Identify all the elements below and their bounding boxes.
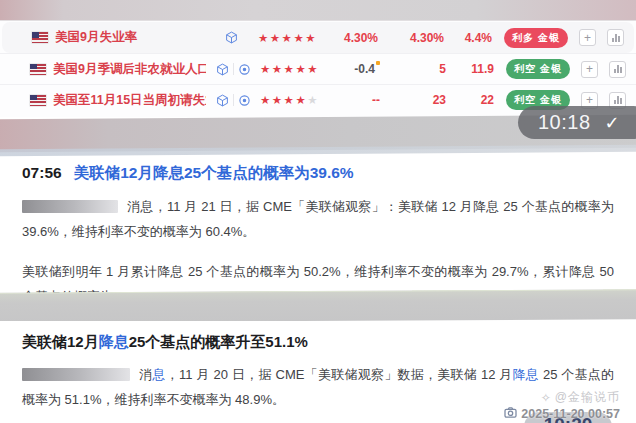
us-flag-icon: [30, 64, 46, 75]
screenshot-time-toast: 10:18 ✓: [518, 106, 636, 139]
divider-band: [0, 289, 636, 322]
star-rating: ★★★★★: [260, 62, 322, 76]
indicator-name: 美国9月季调后非农就业人口(万人): [53, 61, 206, 78]
forecast-value: 23: [380, 93, 446, 107]
chart-bars-icon: [614, 65, 622, 73]
icon-divider: [233, 63, 234, 75]
published-value: 22: [446, 93, 494, 107]
redacted-source-block: [22, 368, 130, 381]
previous-value: -0.4: [322, 62, 380, 76]
add-button[interactable]: +: [579, 29, 596, 46]
target-icon[interactable]: [238, 63, 251, 76]
news-paragraph: 消息，11 月 21 日，据 CME「美联储观察」：美联储 12 月降息 25 …: [22, 194, 614, 245]
chart-bars-icon: [614, 96, 622, 104]
table-row[interactable]: 美国9月季调后非农就业人口(万人) ★★★★★ -0.4 5 11.9 利空 金…: [0, 53, 636, 84]
redacted-source-block: [22, 200, 118, 213]
indicator-name: 美国9月失业率: [55, 29, 204, 46]
revision-dot-icon: [376, 61, 380, 65]
keyword-highlight[interactable]: 降息: [513, 367, 540, 382]
sparkle-icon: ✧: [541, 391, 552, 405]
us-flag-icon: [30, 95, 46, 106]
news-article-1: 07:56 美联储12月降息25个基点的概率为39.6% 消息，11 月 21 …: [0, 150, 636, 291]
published-value: 11.9: [446, 62, 494, 76]
cube-icon[interactable]: [225, 31, 238, 44]
impact-badge: 利多 金银: [504, 28, 568, 48]
news-title-link[interactable]: 美联储12月降息25个基点的概率为39.6%: [74, 163, 354, 184]
star-rating: ★★★★★: [260, 93, 322, 107]
chart-button[interactable]: [607, 29, 624, 46]
cube-icon[interactable]: [216, 94, 229, 107]
watermark-handle: @金输说币: [555, 389, 620, 406]
previous-value: --: [322, 93, 380, 107]
previous-value: 4.30%: [320, 31, 378, 45]
cube-icon[interactable]: [216, 63, 229, 76]
star-rating: ★★★★★: [258, 31, 320, 45]
keyword-highlight[interactable]: 降息: [99, 333, 129, 350]
camera-icon: [504, 407, 517, 421]
toast-time: 10:18: [538, 111, 591, 134]
watermark: ✧ @金输说币 2025-11-20 00:57: [504, 389, 620, 421]
icon-divider: [233, 94, 234, 106]
news-title: 美联储12月降息25个基点的概率升至51.1%: [22, 333, 614, 352]
news-article-2: 美联储12月降息25个基点的概率升至51.1% 消息，11 月 20 日，据 C…: [0, 321, 636, 423]
target-icon[interactable]: [238, 94, 251, 107]
watermark-datetime: 2025-11-20 00:57: [521, 407, 620, 421]
forecast-value: 4.30%: [378, 31, 444, 45]
plus-icon: +: [586, 94, 593, 106]
forecast-value: 5: [380, 62, 446, 76]
economic-data-table: 美国9月失业率 ★★★★★ 4.30% 4.30% 4.4% 利多 金银 + 美…: [0, 21, 636, 117]
check-icon: ✓: [605, 112, 620, 134]
indicator-name: 美国至11月15日当周初请失业金人数(万人): [53, 92, 206, 109]
published-value: 4.4%: [444, 31, 492, 45]
page-top-strip: [0, 0, 636, 21]
add-button[interactable]: +: [581, 61, 598, 78]
plus-icon: +: [584, 32, 591, 44]
news-time: 07:56: [22, 164, 62, 182]
chart-button[interactable]: [609, 61, 626, 78]
table-row[interactable]: 美国9月失业率 ★★★★★ 4.30% 4.30% 4.4% 利多 金银 +: [2, 22, 634, 53]
us-flag-icon: [32, 32, 48, 43]
plus-icon: +: [586, 63, 593, 75]
keyword-highlight[interactable]: 息: [153, 367, 166, 382]
chart-bars-icon: [612, 34, 620, 42]
impact-badge: 利空 金银: [506, 59, 570, 79]
